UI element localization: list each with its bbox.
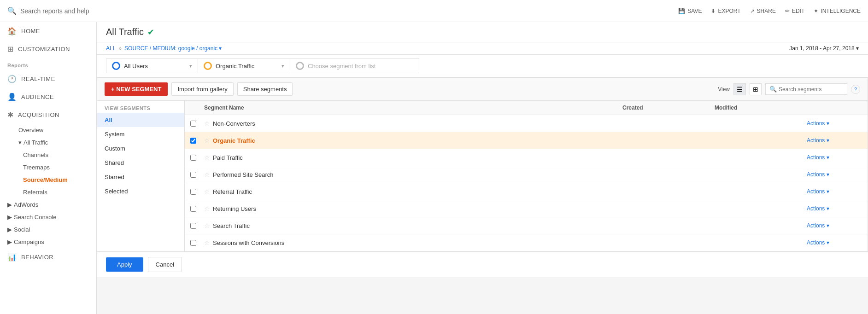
segment-arrow-1: ▾ [189, 63, 192, 69]
segment-name-row-2[interactable]: Organic Traffic [213, 137, 255, 144]
star-icon-4[interactable]: ☆ [204, 171, 210, 178]
segment-circle-gray [296, 62, 304, 70]
sidebar-sub-all-traffic[interactable]: ▾ All Traffic [0, 136, 96, 149]
star-icon-5[interactable]: ☆ [204, 188, 210, 195]
breadcrumb-all[interactable]: ALL [106, 45, 116, 52]
sidebar-sub-search-console[interactable]: ▶ Search Console [0, 211, 96, 223]
segment-pill-choose[interactable]: Choose segment from list [290, 58, 419, 73]
segment-choose-label: Choose segment from list [308, 63, 375, 70]
row-actions-6[interactable]: Actions ▾ [807, 205, 862, 212]
sidebar-sub-channels[interactable]: Channels [0, 149, 96, 161]
import-gallery-button[interactable]: Import from gallery [171, 82, 233, 96]
sidebar-sub-treemaps[interactable]: Treemaps [0, 161, 96, 174]
apply-button[interactable]: Apply [106, 257, 143, 272]
segment-panel: + NEW SEGMENT Import from gallery Share … [97, 77, 868, 252]
seg-side-starred[interactable]: Starred [97, 170, 184, 184]
campaigns-arrow-icon: ▶ [7, 238, 12, 245]
sidebar-sub-social[interactable]: ▶ Social [0, 223, 96, 236]
sidebar-sub-adwords[interactable]: ▶ AdWords [0, 198, 96, 211]
cancel-button[interactable]: Cancel [148, 257, 182, 272]
segment-list-header: Segment Name Created Modified [185, 101, 868, 115]
star-icon-8[interactable]: ☆ [204, 239, 210, 246]
row-actions-8[interactable]: Actions ▾ [807, 239, 862, 246]
sidebar-item-acquisition[interactable]: ✱ ACQUISITION [0, 106, 96, 124]
search-segments-input[interactable] [779, 86, 843, 93]
sidebar-sub-referrals[interactable]: Referrals [0, 186, 96, 198]
export-button[interactable]: ⬇ EXPORT [711, 8, 740, 14]
sidebar-sub-source-medium[interactable]: Source/Medium [0, 174, 96, 186]
checkbox-6[interactable] [190, 206, 196, 212]
checkbox-7[interactable] [190, 223, 196, 229]
checkbox-3[interactable] [190, 155, 196, 161]
star-icon-1[interactable]: ☆ [204, 120, 210, 127]
segment-name-row-5[interactable]: Referral Traffic [213, 188, 252, 195]
sidebar-acquisition-label: ACQUISITION [18, 111, 59, 118]
row-check-4 [190, 172, 204, 178]
save-button[interactable]: 💾 SAVE [678, 8, 702, 14]
table-row: ☆ Performed Site Search Actions ▾ [185, 166, 868, 183]
segment-name-row-3[interactable]: Paid Traffic [213, 154, 243, 161]
sc-arrow-icon: ▶ [7, 214, 12, 221]
seg-side-shared[interactable]: Shared [97, 156, 184, 170]
breadcrumb-source-medium[interactable]: SOURCE / MEDIUM: google / organic ▾ [124, 45, 222, 52]
segment-pill-organic[interactable]: Organic Traffic ▾ [198, 58, 290, 73]
seg-side-selected[interactable]: Selected [97, 184, 184, 198]
col-name-header: Segment Name [204, 105, 622, 111]
share-segments-button[interactable]: Share segments [237, 82, 293, 96]
segment-name-row-1[interactable]: Non-Converters [213, 120, 255, 127]
search-segments-icon: 🔍 [769, 86, 777, 93]
sidebar-item-realtime[interactable]: 🕐 REAL-TIME [0, 70, 96, 88]
sidebar-sub-campaigns[interactable]: ▶ Campaigns [0, 236, 96, 248]
row-actions-3[interactable]: Actions ▾ [807, 154, 862, 161]
list-view-button[interactable]: ☰ [733, 83, 746, 95]
date-range[interactable]: Jan 1, 2018 - Apr 27, 2018 ▾ [789, 45, 859, 52]
star-icon-2[interactable]: ☆ [204, 137, 210, 144]
segment-name-row-6[interactable]: Returning Users [213, 205, 256, 212]
sidebar-item-audience[interactable]: 👤 AUDIENCE [0, 88, 96, 106]
share-button[interactable]: ↗ SHARE [750, 8, 776, 14]
segment-name-row-8[interactable]: Sessions with Conversions [213, 239, 284, 246]
row-name-8: ☆ Sessions with Conversions [204, 239, 622, 246]
table-row: ☆ Paid Traffic Actions ▾ [185, 149, 868, 166]
row-actions-7[interactable]: Actions ▾ [807, 222, 862, 229]
seg-side-custom[interactable]: Custom [97, 141, 184, 156]
checkbox-1[interactable] [190, 121, 196, 127]
star-icon-3[interactable]: ☆ [204, 154, 210, 161]
checkbox-8[interactable] [190, 240, 196, 246]
checkbox-4[interactable] [190, 172, 196, 178]
search-area[interactable]: 🔍 Search reports and help [7, 6, 89, 15]
seg-side-all[interactable]: All [97, 113, 184, 127]
segment-view-sidebar: VIEW SEGMENTS All System Custom Shared S… [97, 101, 185, 251]
row-actions-2[interactable]: Actions ▾ [807, 137, 862, 144]
sidebar-sub-overview[interactable]: Overview [0, 124, 96, 136]
table-row: ☆ Search Traffic Actions ▾ [185, 217, 868, 234]
edit-icon: ✏ [785, 8, 790, 14]
new-segment-button[interactable]: + NEW SEGMENT [105, 82, 168, 96]
row-name-6: ☆ Returning Users [204, 205, 622, 212]
segment-pill-all-users[interactable]: All Users ▾ [106, 58, 198, 73]
star-icon-7[interactable]: ☆ [204, 222, 210, 229]
segment-name-row-7[interactable]: Search Traffic [213, 222, 250, 229]
seg-side-system[interactable]: System [97, 127, 184, 141]
arrow-icon: ▾ [18, 139, 22, 146]
edit-button[interactable]: ✏ EDIT [785, 8, 804, 14]
intelligence-button[interactable]: ✦ INTELLIGENCE [814, 8, 861, 14]
sidebar-audience-label: AUDIENCE [21, 93, 54, 100]
sidebar-item-behavior[interactable]: 📊 BEHAVIOR [0, 248, 96, 266]
grid-view-button[interactable]: ⊞ [750, 83, 762, 95]
checkbox-2[interactable] [190, 138, 196, 144]
star-icon-6[interactable]: ☆ [204, 205, 210, 212]
row-actions-5[interactable]: Actions ▾ [807, 188, 862, 195]
sidebar-item-customization[interactable]: ⊞ CUSTOMIZATION [0, 40, 96, 58]
table-row: ☆ Returning Users Actions ▾ [185, 200, 868, 217]
segment-circle-orange [204, 62, 212, 70]
row-name-2: ☆ Organic Traffic [204, 137, 622, 144]
intelligence-icon: ✦ [814, 8, 818, 14]
help-button[interactable]: ? [851, 85, 860, 94]
segment-name-all-users: All Users [124, 63, 148, 70]
sidebar-item-home[interactable]: 🏠 HOME [0, 22, 96, 40]
row-actions-4[interactable]: Actions ▾ [807, 171, 862, 178]
row-actions-1[interactable]: Actions ▾ [807, 120, 862, 127]
segment-name-row-4[interactable]: Performed Site Search [213, 171, 274, 178]
checkbox-5[interactable] [190, 189, 196, 195]
